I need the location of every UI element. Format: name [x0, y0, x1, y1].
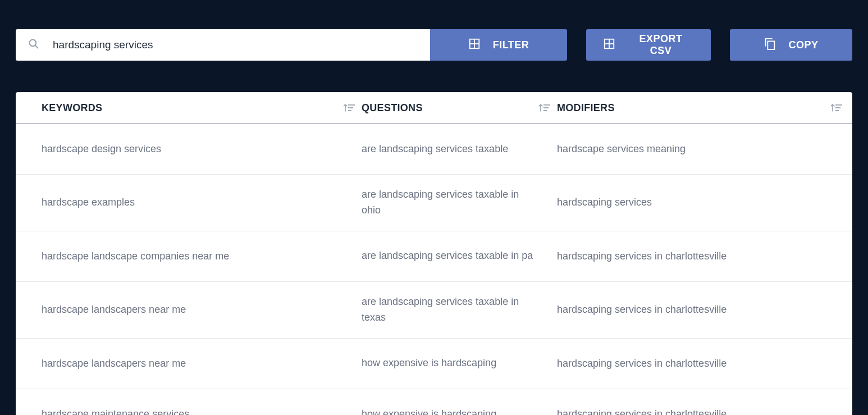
table-row: hardscape landscapers near me how expens… [16, 339, 852, 389]
table-body: hardscape design services are landscapin… [16, 124, 852, 415]
svg-rect-9 [348, 104, 355, 106]
copy-button[interactable]: COPY [730, 29, 852, 61]
search-filter-group: FILTER [16, 29, 567, 61]
svg-rect-8 [768, 41, 775, 49]
svg-rect-13 [543, 107, 549, 108]
svg-rect-17 [835, 110, 839, 111]
sort-icon [831, 103, 842, 112]
table-row: hardscape examples are landscaping servi… [16, 175, 852, 231]
cell-modifier[interactable]: hardscaping services in charlottesville [557, 358, 852, 370]
column-header-label: MODIFIERS [557, 102, 615, 114]
filter-button-label: FILTER [493, 39, 529, 51]
sort-icon [539, 103, 550, 112]
results-table: KEYWORDS QUESTIONS [16, 92, 852, 415]
cell-modifier[interactable]: hardscaping services in charlottesville [557, 408, 852, 415]
search-icon [28, 38, 39, 52]
table-row: hardscape design services are landscapin… [16, 124, 852, 175]
grid-icon [603, 38, 615, 53]
table-row: hardscape landscape companies near me ar… [16, 231, 852, 282]
filter-button[interactable]: FILTER [430, 29, 567, 61]
cell-keyword[interactable]: hardscape examples [16, 197, 362, 208]
cell-modifier[interactable]: hardscaping services [557, 197, 852, 208]
cell-question[interactable]: are landscaping services taxable in ohio [362, 187, 557, 218]
export-button-label: EXPORT CSV [628, 33, 694, 57]
cell-question[interactable]: how expensive is hardscaping [362, 407, 557, 415]
table-row: hardscape maintenance services how expen… [16, 389, 852, 415]
column-header-keywords[interactable]: KEYWORDS [16, 102, 362, 114]
search-input[interactable] [53, 39, 419, 51]
column-header-label: KEYWORDS [42, 102, 102, 114]
grid-icon [468, 38, 481, 53]
svg-rect-14 [543, 110, 547, 111]
cell-modifier[interactable]: hardscape services meaning [557, 143, 852, 155]
copy-button-label: COPY [788, 39, 818, 51]
cell-question[interactable]: are landscaping services taxable in pa [362, 248, 557, 264]
search-box[interactable] [16, 29, 430, 61]
toolbar: FILTER EXPORT CSV COPY [0, 0, 868, 61]
cell-keyword[interactable]: hardscape landscapers near me [16, 304, 362, 316]
svg-rect-10 [348, 107, 353, 108]
cell-question[interactable]: are landscaping services taxable in texa… [362, 294, 557, 326]
export-csv-button[interactable]: EXPORT CSV [586, 29, 711, 61]
cell-question[interactable]: are landscaping services taxable [362, 142, 557, 157]
copy-icon [764, 37, 776, 54]
svg-rect-11 [348, 110, 351, 111]
table-row: hardscape landscapers near me are landsc… [16, 282, 852, 339]
cell-keyword[interactable]: hardscape landscape companies near me [16, 250, 362, 262]
cell-modifier[interactable]: hardscaping services in charlottesville [557, 250, 852, 262]
cell-keyword[interactable]: hardscape maintenance services [16, 408, 362, 415]
cell-modifier[interactable]: hardscaping services in charlottesville [557, 304, 852, 316]
column-header-modifiers[interactable]: MODIFIERS [557, 102, 852, 114]
cell-question[interactable]: how expensive is hardscaping [362, 355, 557, 371]
table-header: KEYWORDS QUESTIONS [16, 92, 852, 124]
svg-rect-16 [835, 107, 840, 108]
svg-line-1 [35, 45, 38, 48]
svg-rect-15 [835, 104, 842, 106]
svg-rect-12 [543, 104, 550, 106]
sort-icon [344, 103, 355, 112]
column-header-label: QUESTIONS [362, 102, 423, 114]
cell-keyword[interactable]: hardscape landscapers near me [16, 358, 362, 370]
column-header-questions[interactable]: QUESTIONS [362, 102, 557, 114]
cell-keyword[interactable]: hardscape design services [16, 143, 362, 155]
